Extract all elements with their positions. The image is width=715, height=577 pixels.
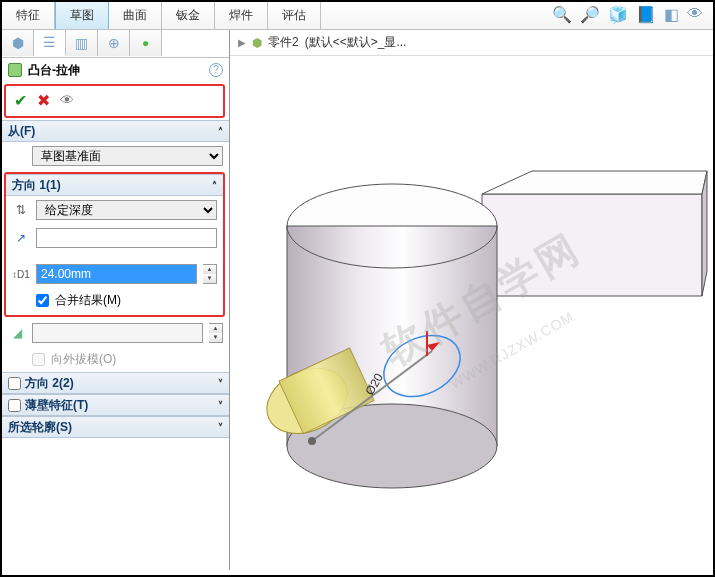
ribbon-tabs: 特征 草图 曲面 钣金 焊件 评估 🔍 🔎 🧊 📘 ◧ 👁 (2, 2, 713, 30)
property-manager-tab-icon[interactable]: ☰ (34, 30, 66, 56)
zoom-area-icon[interactable]: 🔎 (580, 5, 600, 29)
draft-outward-checkbox[interactable] (32, 353, 45, 366)
chevron-right-icon: ▶ (238, 37, 246, 48)
help-icon[interactable]: ? (209, 63, 223, 77)
from-select[interactable]: 草图基准面 (32, 146, 223, 166)
breadcrumb-suffix: (默认<<默认>_显... (305, 34, 407, 51)
section-dir2-label: 方向 2(2) (25, 375, 74, 392)
tab-evaluate[interactable]: 评估 (268, 2, 321, 29)
dir2-checkbox[interactable] (8, 377, 21, 390)
zoom-fit-icon[interactable]: 🔍 (552, 5, 572, 29)
highlight-ok-box: ✔ ✖ 👁 (4, 84, 225, 118)
chevron-up-icon: ˄ (218, 126, 223, 137)
section-dir1-label: 方向 1(1) (12, 177, 61, 194)
direction-arrow-icon[interactable]: ↗ (12, 229, 30, 247)
draft-outward-label: 向外拔模(O) (51, 351, 116, 368)
feature-tree-tab-icon[interactable]: ⬢ (2, 30, 34, 56)
panel-tabs: ⬢ ☰ ▥ ⊕ ● (2, 30, 229, 58)
dim-tab-icon[interactable]: ⊕ (98, 30, 130, 56)
depth-input[interactable] (36, 264, 197, 284)
tab-surface[interactable]: 曲面 (109, 2, 162, 29)
tab-feature[interactable]: 特征 (2, 2, 55, 29)
feature-title-row: 凸台-拉伸 ? (2, 58, 229, 82)
section-dir1[interactable]: 方向 1(1) ˄ (6, 174, 223, 196)
section-thin[interactable]: 薄壁特征(T) ˅ (2, 394, 229, 416)
tab-weldment[interactable]: 焊件 (215, 2, 268, 29)
part-icon: ⬢ (252, 36, 262, 50)
thin-checkbox[interactable] (8, 399, 21, 412)
tab-sheetmetal[interactable]: 钣金 (162, 2, 215, 29)
viewport-3d[interactable]: Ø20 (232, 56, 712, 576)
cancel-button[interactable]: ✖ (37, 91, 50, 110)
highlight-dir1-box: 方向 1(1) ˄ ⇅ 给定深度 ↗ ↕D1 ▲▼ 合并结果(M) (4, 172, 225, 317)
chevron-down-icon: ˅ (218, 422, 223, 433)
display-style-icon[interactable]: 📘 (636, 5, 656, 29)
section-thin-label: 薄壁特征(T) (25, 397, 88, 414)
merge-label: 合并结果(M) (55, 292, 121, 309)
breadcrumb-part[interactable]: 零件2 (268, 34, 299, 51)
section-view-icon[interactable]: ◧ (664, 5, 679, 29)
chevron-down-icon: ˅ (218, 378, 223, 389)
hide-show-icon[interactable]: 👁 (687, 5, 703, 29)
chevron-down-icon: ˅ (218, 400, 223, 411)
preview-button[interactable]: 👁 (60, 92, 74, 108)
end-condition-select[interactable]: 给定深度 (36, 200, 217, 220)
section-from-label: 从(F) (8, 123, 35, 140)
draft-icon[interactable]: ◢ (8, 324, 26, 342)
direction-selection-input[interactable] (36, 228, 217, 248)
section-contour-label: 所选轮廓(S) (8, 419, 72, 436)
feature-title: 凸台-拉伸 (28, 62, 80, 79)
draft-spinner[interactable]: ▲▼ (209, 323, 223, 343)
section-dir2[interactable]: 方向 2(2) ˅ (2, 372, 229, 394)
section-from[interactable]: 从(F) ˄ (2, 120, 229, 142)
config-tab-icon[interactable]: ▥ (66, 30, 98, 56)
reverse-direction-icon[interactable]: ⇅ (12, 201, 30, 219)
chevron-up-icon: ˄ (212, 180, 217, 191)
blank-icon (8, 147, 26, 165)
section-contour[interactable]: 所选轮廓(S) ˅ (2, 416, 229, 438)
svg-marker-0 (482, 194, 702, 296)
ok-button[interactable]: ✔ (14, 91, 27, 110)
svg-marker-1 (482, 171, 707, 194)
view-toolbar: 🔍 🔎 🧊 📘 ◧ 👁 (552, 2, 713, 29)
property-manager: ⬢ ☰ ▥ ⊕ ● 凸台-拉伸 ? ✔ ✖ 👁 从(F) ˄ 草图基准面 方向 … (2, 30, 230, 570)
depth-icon: ↕D1 (12, 265, 30, 283)
merge-checkbox[interactable] (36, 294, 49, 307)
appearance-tab-icon[interactable]: ● (130, 30, 162, 56)
extrude-icon (8, 63, 22, 77)
svg-point-10 (308, 437, 316, 445)
tab-sketch[interactable]: 草图 (55, 1, 109, 29)
draft-input[interactable] (32, 323, 203, 343)
view-orientation-icon[interactable]: 🧊 (608, 5, 628, 29)
svg-marker-2 (702, 171, 707, 296)
depth-spinner[interactable]: ▲▼ (203, 264, 217, 284)
